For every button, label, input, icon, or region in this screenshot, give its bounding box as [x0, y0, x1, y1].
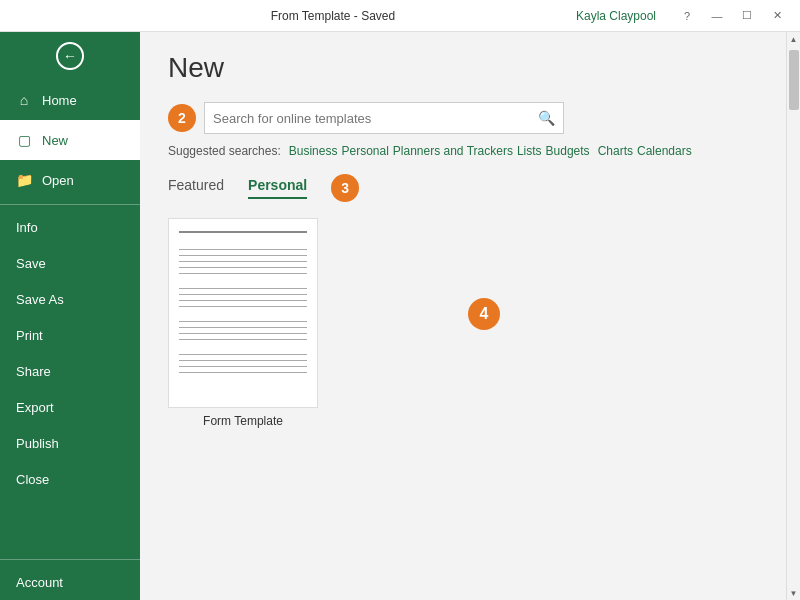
- template-line: [179, 372, 307, 373]
- suggested-label: Suggested searches:: [168, 144, 281, 158]
- template-name: Form Template: [203, 414, 283, 428]
- close-window-button[interactable]: ✕: [764, 6, 790, 26]
- template-line: [179, 231, 307, 233]
- title-bar: From Template - Saved Kayla Claypool ? —…: [0, 0, 800, 32]
- main-content: New 2 🔍 Suggested searches: Business Per…: [140, 32, 800, 600]
- template-line: [179, 294, 307, 295]
- template-line: [179, 255, 307, 256]
- scroll-up-arrow[interactable]: ▲: [787, 32, 801, 46]
- app-body: ← ⌂ Home ▢ New 📁 Open Info Save Save As …: [0, 32, 800, 600]
- template-line: [179, 321, 307, 322]
- sidebar-item-open-label: Open: [42, 173, 74, 188]
- sidebar-item-save-as[interactable]: Save As: [0, 281, 140, 317]
- suggested-business[interactable]: Business: [289, 144, 338, 158]
- template-line: [179, 339, 307, 340]
- sidebar-item-export[interactable]: Export: [0, 389, 140, 425]
- suggested-budgets[interactable]: Budgets: [546, 144, 590, 158]
- scrollbar[interactable]: ▲ ▼: [786, 32, 800, 600]
- user-name: Kayla Claypool: [576, 9, 656, 23]
- sidebar-divider-top: [0, 204, 140, 205]
- sidebar-bottom: Account: [0, 555, 140, 600]
- suggested-personal[interactable]: Personal: [341, 144, 388, 158]
- search-input[interactable]: [213, 111, 538, 126]
- sidebar-item-account[interactable]: Account: [0, 564, 140, 600]
- template-thumbnail: [168, 218, 318, 408]
- scroll-down-arrow[interactable]: ▼: [787, 586, 801, 600]
- search-box[interactable]: 🔍: [204, 102, 564, 134]
- sidebar-item-open[interactable]: 📁 Open: [0, 160, 140, 200]
- template-line: [179, 360, 307, 361]
- sidebar-item-new-label: New: [42, 133, 68, 148]
- template-line: [179, 306, 307, 307]
- template-line: [179, 333, 307, 334]
- tab-featured[interactable]: Featured: [168, 177, 224, 199]
- badge-3: 3: [331, 174, 359, 202]
- scroll-thumb[interactable]: [789, 50, 799, 110]
- template-item-form[interactable]: Form Template: [168, 218, 318, 428]
- window-title: From Template - Saved: [90, 9, 576, 23]
- suggested-searches: Suggested searches: Business Personal Pl…: [168, 144, 772, 158]
- sidebar-item-share[interactable]: Share: [0, 353, 140, 389]
- back-circle-icon: ←: [56, 42, 84, 70]
- home-icon: ⌂: [16, 92, 32, 108]
- sidebar-item-close[interactable]: Close: [0, 461, 140, 497]
- main-inner: New 2 🔍 Suggested searches: Business Per…: [140, 32, 800, 600]
- page-title: New: [168, 52, 772, 84]
- suggested-calendars[interactable]: Calendars: [637, 144, 692, 158]
- template-line: [179, 261, 307, 262]
- tabs-row: Featured Personal 3: [168, 174, 772, 202]
- template-line: [179, 249, 307, 250]
- sidebar-item-save[interactable]: Save: [0, 245, 140, 281]
- search-row: 2 🔍: [168, 102, 772, 134]
- suggested-planners[interactable]: Planners and Trackers: [393, 144, 513, 158]
- maximize-button[interactable]: ☐: [734, 6, 760, 26]
- sidebar: ← ⌂ Home ▢ New 📁 Open Info Save Save As …: [0, 32, 140, 600]
- template-line: [179, 288, 307, 289]
- new-icon: ▢: [16, 132, 32, 148]
- template-line: [179, 366, 307, 367]
- template-line: [179, 267, 307, 268]
- scroll-track[interactable]: [787, 46, 800, 586]
- badge-4: 4: [468, 298, 500, 330]
- sidebar-divider-bottom: [0, 559, 140, 560]
- suggested-lists[interactable]: Lists: [517, 144, 542, 158]
- minimize-button[interactable]: —: [704, 6, 730, 26]
- template-line: [179, 300, 307, 301]
- template-line: [179, 354, 307, 355]
- template-line: [179, 327, 307, 328]
- window-controls: ? — ☐ ✕: [674, 6, 790, 26]
- help-button[interactable]: ?: [674, 6, 700, 26]
- tab-personal[interactable]: Personal: [248, 177, 307, 199]
- badge-2: 2: [168, 104, 196, 132]
- sidebar-item-new[interactable]: ▢ New: [0, 120, 140, 160]
- template-grid: Form Template 4: [168, 218, 772, 428]
- sidebar-item-publish[interactable]: Publish: [0, 425, 140, 461]
- search-icon: 🔍: [538, 110, 555, 126]
- sidebar-item-info[interactable]: Info: [0, 209, 140, 245]
- open-icon: 📁: [16, 172, 32, 188]
- back-button[interactable]: ←: [0, 32, 140, 80]
- sidebar-item-home-label: Home: [42, 93, 77, 108]
- template-line: [179, 273, 307, 274]
- sidebar-item-home[interactable]: ⌂ Home: [0, 80, 140, 120]
- suggested-charts[interactable]: Charts: [598, 144, 633, 158]
- sidebar-item-print[interactable]: Print: [0, 317, 140, 353]
